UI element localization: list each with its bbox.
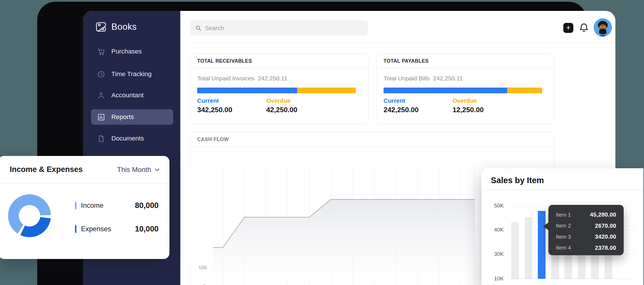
sidebar-item-reports[interactable]: Reports — [91, 109, 173, 125]
payables-current-bar — [384, 88, 507, 93]
tooltip-row: Item 3 3420.00 — [556, 233, 616, 240]
notifications-button[interactable] — [578, 22, 589, 33]
income-expenses-title: Income & Expenses — [10, 165, 83, 174]
sidebar-item-documents[interactable]: Documents — [91, 131, 173, 146]
payables-subtitle-value: 242,250.11 — [433, 75, 463, 82]
sidebar-item-purchases[interactable]: Purchases — [91, 44, 173, 59]
bar-chart-icon — [97, 113, 105, 121]
page: Books Purchases Time Tracking — [0, 0, 644, 285]
receivables-overdue-value: 42,250.00 — [266, 106, 297, 114]
period-dropdown[interactable]: This Month — [117, 166, 160, 174]
receivables-overdue-bar — [297, 88, 356, 93]
cashflow-ytick-50k: 50K — [199, 265, 207, 271]
axis-baseline — [508, 279, 634, 279]
payables-subtitle-label: Total Unpaid Bills — [384, 75, 430, 82]
sales-bar-highlighted[interactable] — [538, 211, 546, 279]
period-dropdown-value: This Month — [117, 166, 151, 174]
sales-ytick-50k: 50K — [489, 203, 504, 209]
income-label: Income — [81, 201, 104, 209]
sidebar-item-accountant[interactable]: Accountant — [91, 88, 173, 103]
sidebar-item-label: Reports — [111, 113, 134, 121]
tooltip-row: Item 1 45,280.00 — [556, 211, 616, 218]
tooltip-item-value: 45,280.00 — [590, 211, 616, 218]
sidebar-item-label: Purchases — [111, 48, 142, 55]
receivables-current-bar — [197, 88, 297, 93]
expenses-label: Expenses — [81, 225, 111, 233]
income-expenses-donut-chart — [8, 194, 51, 237]
sales-divider — [481, 190, 643, 190]
search-icon — [195, 25, 202, 31]
sales-ytick-10k: 10K — [489, 276, 504, 282]
tooltip-row: Item 4 2378.00 — [556, 245, 616, 251]
payables-title: TOTAL PAYABLES — [377, 54, 554, 68]
sales-bar[interactable] — [511, 222, 519, 279]
receivables-subtitle-label: Total Unpaid Invoices — [197, 75, 254, 82]
sales-ytick-30k: 30K — [489, 251, 504, 257]
expenses-legend-marker — [75, 225, 76, 233]
tooltip-item-value: 3420.00 — [595, 233, 616, 240]
cash-flow-chart — [213, 165, 475, 285]
cashflow-ytick-0: 0 — [203, 284, 206, 285]
sales-ytick-40k: 40K — [489, 227, 504, 233]
income-value: 80,000 — [135, 201, 159, 210]
receivables-subtitle-value: 242,250.11 — [258, 75, 288, 82]
sales-by-item-card: Sales by Item 50K 40K 30K 10K Item 1 45,… — [481, 168, 643, 285]
search-input[interactable] — [205, 25, 354, 31]
sales-by-item-title: Sales by Item — [491, 176, 544, 185]
sidebar-item-label: Documents — [111, 135, 144, 142]
receivables-progress-bar — [197, 88, 356, 93]
tooltip-item-value: 2378.00 — [595, 245, 616, 251]
payables-overdue-label: Overdue — [453, 97, 477, 104]
total-receivables-card: TOTAL RECEIVABLES Total Unpaid Invoices … — [190, 54, 368, 124]
receivables-overdue-label: Overdue — [266, 97, 291, 104]
add-new-button[interactable]: + — [563, 23, 573, 33]
cart-icon — [97, 48, 105, 56]
receivables-current-value: 342,250.00 — [197, 106, 232, 114]
cash-flow-title: CASH FLOW — [190, 132, 554, 147]
expenses-value: 10,000 — [135, 225, 159, 233]
receivables-current-label: Current — [197, 97, 219, 104]
tooltip-row: Item 2 2670.00 — [556, 223, 616, 229]
income-legend-marker — [75, 202, 76, 209]
header-divider — [190, 43, 615, 43]
app-logo[interactable]: Books — [95, 21, 137, 33]
payables-subtitle: Total Unpaid Bills 242,250.11 — [384, 75, 463, 82]
payables-overdue-value: 12,250.00 — [453, 106, 484, 114]
search-input-wrapper — [190, 20, 368, 35]
payables-current-value: 242,250.00 — [384, 106, 419, 114]
payables-current-label: Current — [384, 97, 405, 104]
receivables-title: TOTAL RECEIVABLES — [190, 54, 368, 68]
chevron-down-icon — [154, 167, 160, 173]
sidebar-item-time-tracking[interactable]: Time Tracking — [91, 66, 173, 82]
tooltip-item-label: Item 3 — [556, 234, 571, 240]
receivables-subtitle: Total Unpaid Invoices 242,250.11 — [197, 75, 287, 82]
tooltip-item-label: Item 1 — [556, 212, 571, 218]
payables-progress-bar — [384, 88, 542, 93]
total-payables-card: TOTAL PAYABLES Total Unpaid Bills 242,25… — [376, 54, 555, 124]
sidebar-item-label: Accountant — [111, 92, 144, 99]
income-expenses-card: Income & Expenses This Month Income 80,0… — [0, 156, 169, 259]
sales-tooltip: Item 1 45,280.00 Item 2 2670.00 Item 3 3… — [548, 205, 624, 255]
app-logo-text: Books — [111, 22, 137, 32]
sidebar-item-label: Time Tracking — [111, 70, 151, 78]
income-expenses-header: Income & Expenses This Month — [0, 156, 169, 183]
books-logo-icon — [95, 21, 107, 33]
user-avatar[interactable] — [594, 18, 612, 37]
bell-icon — [578, 22, 589, 33]
legend-item-expenses: Expenses 10,000 — [75, 224, 159, 234]
tooltip-item-label: Item 2 — [556, 223, 571, 229]
clock-icon — [97, 70, 105, 78]
legend-item-income: Income 80,000 — [75, 201, 159, 210]
tooltip-item-label: Item 4 — [556, 245, 571, 251]
tooltip-item-value: 2670.00 — [595, 223, 616, 229]
document-icon — [97, 135, 105, 142]
person-icon — [97, 92, 105, 99]
avatar-illustration — [594, 18, 612, 37]
sales-bar[interactable] — [525, 217, 532, 279]
payables-overdue-bar — [507, 88, 542, 93]
